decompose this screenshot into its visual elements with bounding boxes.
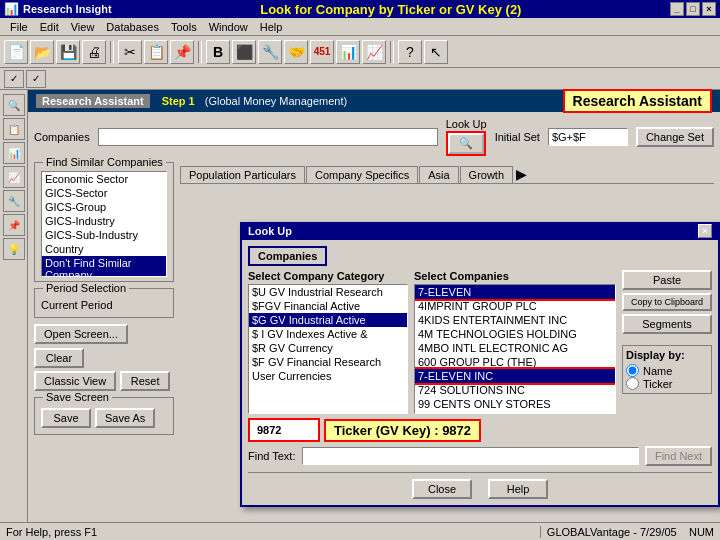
tab-scroll-right[interactable]: ▶: [516, 166, 527, 183]
similar-item-1[interactable]: GICS-Sector: [42, 186, 166, 200]
radio-ticker[interactable]: Ticker: [626, 377, 708, 390]
print-btn[interactable]: 🖨: [82, 40, 106, 64]
company-item-2[interactable]: 4KIDS ENTERTAINMENT INC: [415, 313, 615, 327]
icon-btn-7[interactable]: 🤝: [284, 40, 308, 64]
tab-growth[interactable]: Growth: [460, 166, 513, 183]
lookup-btn-highlight[interactable]: 🔍: [446, 131, 486, 156]
menu-window[interactable]: Window: [203, 21, 254, 33]
open-btn[interactable]: 📂: [30, 40, 54, 64]
title-bar: 📊 Research Insight Look for Company by T…: [0, 0, 720, 18]
sidebar-btn-3[interactable]: 📊: [3, 142, 25, 164]
radio-name-input[interactable]: [626, 364, 639, 377]
mini-btn-1[interactable]: ✓: [4, 70, 24, 88]
open-screen-btn[interactable]: Open Screen...: [34, 324, 128, 344]
menu-view[interactable]: View: [65, 21, 101, 33]
find-next-btn[interactable]: Find Next: [645, 446, 712, 466]
sidebar-btn-4[interactable]: 📈: [3, 166, 25, 188]
company-item-8[interactable]: 99 CENTS ONLY STORES: [415, 397, 615, 411]
sidebar-btn-2[interactable]: 📋: [3, 118, 25, 140]
close-dialog-btn[interactable]: Close: [412, 479, 472, 499]
panel-row: Find Similar Companies Economic Sector G…: [34, 162, 714, 441]
minimize-btn[interactable]: _: [670, 2, 684, 16]
similar-item-6[interactable]: Don't Find Similar Company: [42, 256, 166, 277]
sidebar-btn-1[interactable]: 🔍: [3, 94, 25, 116]
similar-item-3[interactable]: GICS-Industry: [42, 214, 166, 228]
save-as-btn[interactable]: Save As: [95, 408, 155, 428]
icon-btn-8[interactable]: 451: [310, 40, 334, 64]
content-area: Research Assistant Step 1 (Global Money …: [28, 90, 720, 522]
cat-item-2[interactable]: $G GV Industrial Active: [249, 313, 407, 327]
company-item-0[interactable]: 7-ELEVEN: [415, 285, 615, 299]
dialog-companies-tab[interactable]: Companies: [248, 246, 327, 266]
dialog-help-btn[interactable]: Help: [488, 479, 548, 499]
menu-edit[interactable]: Edit: [34, 21, 65, 33]
copy-btn[interactable]: 📋: [144, 40, 168, 64]
company-item-6[interactable]: 7-ELEVEN INC: [415, 369, 615, 383]
icon-btn-9[interactable]: 📊: [336, 40, 360, 64]
new-btn[interactable]: 📄: [4, 40, 28, 64]
similar-item-2[interactable]: GICS-Group: [42, 200, 166, 214]
tab-company[interactable]: Company Specifics: [306, 166, 418, 183]
cat-item-4[interactable]: $R GV Currency: [249, 341, 407, 355]
bold-btn[interactable]: B: [206, 40, 230, 64]
sidebar-btn-6[interactable]: 📌: [3, 214, 25, 236]
cat-item-5[interactable]: $F GV Financial Research: [249, 355, 407, 369]
radio-ticker-label: Ticker: [643, 378, 673, 390]
initial-set-input[interactable]: [548, 128, 628, 146]
save-btn-action[interactable]: Save: [41, 408, 91, 428]
change-set-btn[interactable]: Change Set: [636, 127, 714, 147]
icon-btn-5[interactable]: ⬛: [232, 40, 256, 64]
find-text-input[interactable]: [302, 447, 639, 465]
company-item-4[interactable]: 4MBO INTL ELECTRONIC AG: [415, 341, 615, 355]
toolbar: 📄 📂 💾 🖨 ✂ 📋 📌 B ⬛ 🔧 🤝 451 📊 📈 ? ↖: [0, 36, 720, 68]
company-item-3[interactable]: 4M TECHNOLOGIES HOLDING: [415, 327, 615, 341]
category-list[interactable]: $U GV Industrial Research $FGV Financial…: [248, 284, 408, 414]
paste-btn[interactable]: 📌: [170, 40, 194, 64]
company-item-5[interactable]: 600 GROUP PLC (THE): [415, 355, 615, 369]
cat-item-0[interactable]: $U GV Industrial Research: [249, 285, 407, 299]
icon-btn-6[interactable]: 🔧: [258, 40, 282, 64]
similar-item-0[interactable]: Economic Sector: [42, 172, 166, 186]
paste-btn[interactable]: Paste: [622, 270, 712, 290]
lookup-icon-btn[interactable]: 🔍: [448, 133, 484, 154]
dialog-title-text: Look Up: [248, 225, 292, 237]
menu-file[interactable]: File: [4, 21, 34, 33]
radio-ticker-input[interactable]: [626, 377, 639, 390]
company-item-7[interactable]: 724 SOLUTIONS INC: [415, 383, 615, 397]
copy-clipboard-btn[interactable]: Copy to Clipboard: [622, 293, 712, 311]
save-btn[interactable]: 💾: [56, 40, 80, 64]
menu-databases[interactable]: Databases: [100, 21, 165, 33]
cat-item-6[interactable]: User Currencies: [249, 369, 407, 383]
ticker-input[interactable]: [254, 421, 314, 439]
reset-btn[interactable]: Reset: [120, 371, 170, 391]
sidebar-btn-5[interactable]: 🔧: [3, 190, 25, 212]
company-input-area[interactable]: [98, 128, 438, 146]
arrow-btn[interactable]: ↖: [424, 40, 448, 64]
cat-item-3[interactable]: $ I GV Indexes Active &: [249, 327, 407, 341]
dialog-close-btn[interactable]: ×: [698, 224, 712, 238]
find-similar-list[interactable]: Economic Sector GICS-Sector GICS-Group G…: [41, 171, 167, 277]
maximize-btn[interactable]: □: [686, 2, 700, 16]
tab-population[interactable]: Population Particulars: [180, 166, 305, 183]
company-item-1[interactable]: 4IMPRINT GROUP PLC: [415, 299, 615, 313]
help-btn[interactable]: ?: [398, 40, 422, 64]
radio-name[interactable]: Name: [626, 364, 708, 377]
classic-view-btn[interactable]: Classic View: [34, 371, 116, 391]
segments-btn[interactable]: Segments: [622, 314, 712, 334]
icon-btn-10[interactable]: 📈: [362, 40, 386, 64]
close-btn[interactable]: ×: [702, 2, 716, 16]
cat-item-1[interactable]: $FGV Financial Active: [249, 299, 407, 313]
similar-item-4[interactable]: GICS-Sub-Industry: [42, 228, 166, 242]
toolbar-sep-1: [110, 41, 114, 63]
companies-list[interactable]: 7-ELEVEN 4IMPRINT GROUP PLC 4KIDS ENTERT…: [414, 284, 616, 414]
tab-asia[interactable]: Asia: [419, 166, 458, 183]
mini-btn-2[interactable]: ✓: [26, 70, 46, 88]
menu-tools[interactable]: Tools: [165, 21, 203, 33]
left-panel: Find Similar Companies Economic Sector G…: [34, 162, 174, 441]
similar-item-5[interactable]: Country: [42, 242, 166, 256]
right-buttons: Paste Copy to Clipboard Segments Display…: [622, 270, 712, 414]
menu-help[interactable]: Help: [254, 21, 289, 33]
sidebar-btn-7[interactable]: 💡: [3, 238, 25, 260]
cut-btn[interactable]: ✂: [118, 40, 142, 64]
clear-btn[interactable]: Clear: [34, 348, 84, 368]
